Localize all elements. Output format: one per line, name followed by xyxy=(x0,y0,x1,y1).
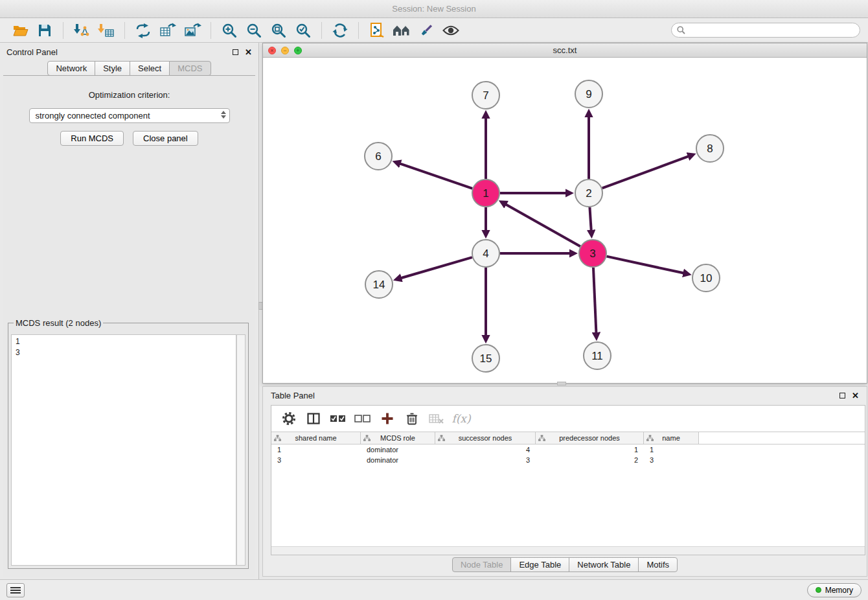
memory-label: Memory xyxy=(825,586,853,595)
memory-status-icon xyxy=(816,587,821,593)
close-panel-icon[interactable]: ✕ xyxy=(245,47,252,57)
graph-edge-2-8[interactable] xyxy=(602,156,689,188)
save-floppy-icon xyxy=(38,23,52,38)
refresh-icon xyxy=(332,23,348,38)
apply-style-button[interactable] xyxy=(415,20,437,41)
network-canvas[interactable]: 7968124310141511 xyxy=(263,58,867,383)
panel-menu-button[interactable] xyxy=(6,583,25,597)
create-column-button[interactable] xyxy=(376,408,398,429)
horizontal-splitter-handle[interactable] xyxy=(557,382,566,386)
search-icon xyxy=(677,26,685,34)
minimize-window-icon[interactable]: − xyxy=(281,47,289,54)
import-network-button[interactable] xyxy=(71,20,93,41)
column-header-predecessor-nodes[interactable]: predecessor nodes xyxy=(536,432,644,444)
deselect-all-columns-button[interactable] xyxy=(352,408,374,429)
graph-node-label: 11 xyxy=(591,350,603,362)
import-table-button[interactable] xyxy=(95,20,117,41)
memory-button[interactable]: Memory xyxy=(807,583,862,597)
tab-mcds[interactable]: MCDS xyxy=(169,61,211,76)
graph-edge-3-10[interactable] xyxy=(606,257,683,273)
float-panel-icon[interactable] xyxy=(839,393,845,398)
network-from-selection-button[interactable] xyxy=(366,20,388,41)
export-image-icon xyxy=(184,23,201,38)
mcds-result-list[interactable]: 1 3 xyxy=(11,334,236,566)
function-builder-button[interactable]: f(x) xyxy=(450,408,472,429)
network-window-title: scc.txt xyxy=(553,45,577,55)
table-cell[interactable]: 1 xyxy=(536,446,644,454)
graph-node-label: 7 xyxy=(483,89,488,102)
column-header-name[interactable]: name xyxy=(644,432,699,444)
zoom-fit-button[interactable] xyxy=(268,20,290,41)
tab-node-table[interactable]: Node Table xyxy=(452,557,512,572)
close-window-icon[interactable]: × xyxy=(268,47,276,54)
attribute-type-icon xyxy=(438,435,445,443)
table-cell[interactable]: 2 xyxy=(536,456,644,464)
new-network-button[interactable] xyxy=(132,20,154,41)
window-title-bar: Session: New Session xyxy=(0,0,868,18)
graph-edge-1-6[interactable] xyxy=(400,163,472,188)
table-panel-tabs: Node Table Edge Table Network Table Moti… xyxy=(263,557,867,572)
table-cell[interactable]: 3 xyxy=(435,456,536,464)
graph-node-label: 15 xyxy=(480,352,492,365)
table-settings-button[interactable] xyxy=(278,408,300,429)
zoom-in-button[interactable] xyxy=(218,20,240,41)
table-cell[interactable]: dominator xyxy=(361,456,435,464)
graph-edge-3-1[interactable] xyxy=(505,204,580,246)
select-all-columns-button[interactable] xyxy=(327,408,349,429)
tab-network-table[interactable]: Network Table xyxy=(569,557,639,572)
table-row[interactable]: 1dominator411 xyxy=(271,444,865,455)
tab-network[interactable]: Network xyxy=(47,61,95,76)
column-header-mcds-role[interactable]: MCDS role xyxy=(361,432,435,444)
vertical-scrollbar[interactable] xyxy=(236,334,246,566)
zoom-out-button[interactable] xyxy=(243,20,265,41)
toolbar-separator xyxy=(211,22,211,39)
table-cell[interactable]: 3 xyxy=(644,456,699,464)
search-box[interactable] xyxy=(671,23,860,38)
tab-motifs[interactable]: Motifs xyxy=(638,557,678,572)
network-window-titlebar[interactable]: × − + scc.txt xyxy=(263,43,867,58)
graph-edge-3-11[interactable] xyxy=(593,268,596,333)
column-header-successor-nodes[interactable]: successor nodes xyxy=(435,432,536,444)
mcds-result-legend: MCDS result (2 nodes) xyxy=(14,318,103,328)
node-table-area: f(x) shared name MCDS role successor xyxy=(271,405,865,555)
export-table-button[interactable] xyxy=(157,20,179,41)
tab-style[interactable]: Style xyxy=(95,61,130,76)
run-mcds-button[interactable]: Run MCDS xyxy=(60,131,124,146)
attribute-type-icon xyxy=(363,435,371,443)
show-column-button[interactable] xyxy=(303,408,325,429)
columns-icon xyxy=(307,412,320,425)
float-panel-icon[interactable] xyxy=(233,49,238,55)
first-neighbors-button[interactable] xyxy=(391,20,413,41)
table-toolbar: f(x) xyxy=(271,406,865,432)
refresh-layout-button[interactable] xyxy=(329,20,351,41)
table-cell[interactable]: 1 xyxy=(271,446,361,454)
criterion-value: strongly connected component xyxy=(36,111,150,121)
show-hide-graphics-button[interactable] xyxy=(440,20,462,41)
toolbar-separator xyxy=(124,22,125,39)
graph-edge-4-14[interactable] xyxy=(401,257,472,278)
save-session-button[interactable] xyxy=(34,20,56,41)
table-cell[interactable]: 1 xyxy=(644,446,699,454)
export-image-button[interactable] xyxy=(181,20,203,41)
horizontal-scrollbar[interactable] xyxy=(271,546,865,555)
control-panel-header: Control Panel ✕ xyxy=(0,43,258,61)
criterion-dropdown[interactable]: strongly connected component xyxy=(29,108,230,123)
table-cell[interactable]: 3 xyxy=(271,456,361,464)
tab-edge-table[interactable]: Edge Table xyxy=(510,557,569,572)
close-panel-icon[interactable]: ✕ xyxy=(852,391,859,400)
delete-table-button[interactable] xyxy=(426,408,448,429)
tab-select[interactable]: Select xyxy=(130,61,170,76)
table-row[interactable]: 3dominator323 xyxy=(271,455,865,465)
delete-column-button[interactable] xyxy=(401,408,423,429)
open-session-button[interactable] xyxy=(9,20,31,41)
zoom-selected-icon xyxy=(295,23,311,38)
column-header-shared-name[interactable]: shared name xyxy=(271,432,361,444)
maximize-window-icon[interactable]: + xyxy=(294,47,302,54)
document-network-icon xyxy=(369,22,385,39)
zoom-selected-button[interactable] xyxy=(292,20,314,41)
graph-edge-2-3[interactable] xyxy=(589,207,591,231)
table-cell[interactable]: dominator xyxy=(361,446,435,454)
search-input[interactable] xyxy=(685,26,860,35)
table-cell[interactable]: 4 xyxy=(435,446,536,454)
close-panel-button[interactable]: Close panel xyxy=(133,131,198,146)
